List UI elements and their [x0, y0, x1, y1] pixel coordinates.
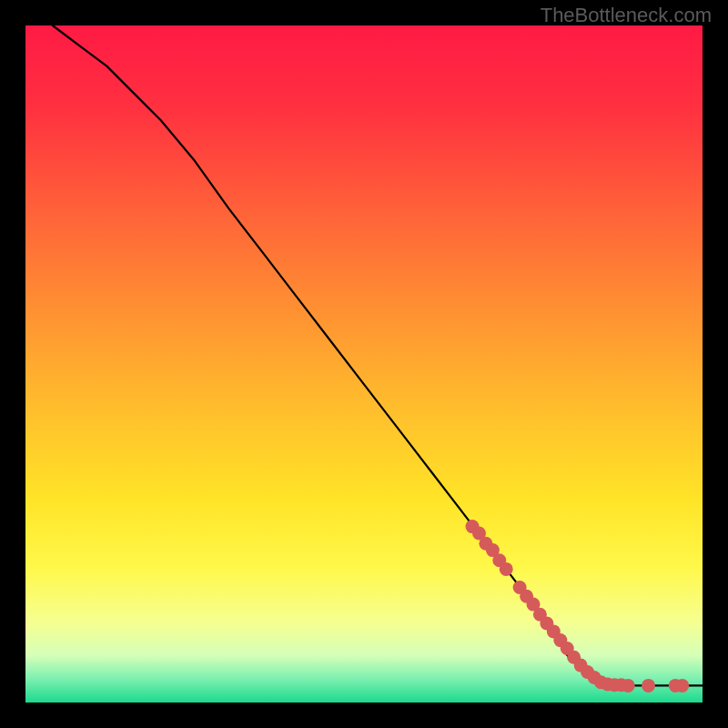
chart-canvas: TheBottleneck.com [0, 0, 728, 728]
highlight-dot [642, 679, 655, 693]
highlight-dot [675, 679, 689, 693]
watermark-text: TheBottleneck.com [541, 4, 712, 27]
chart-svg [0, 0, 728, 728]
plot-area [25, 25, 703, 703]
highlight-dot [622, 679, 635, 693]
highlight-dot [500, 562, 513, 576]
